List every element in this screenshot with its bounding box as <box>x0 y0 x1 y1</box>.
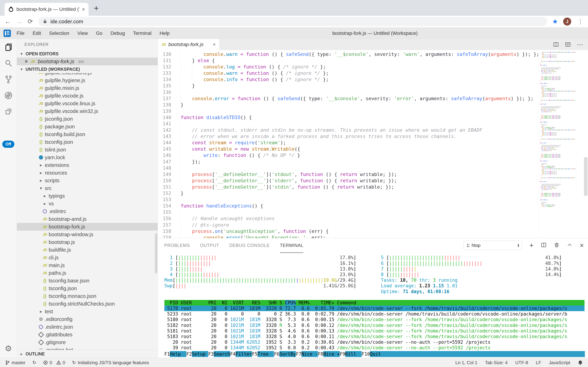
browser-tab[interactable]: bootstrap-fork.js — Untitled (V × <box>5 3 89 16</box>
new-tab-button[interactable]: + <box>94 3 99 13</box>
code-line-143[interactable]: 143 // error when we are inside a forked… <box>158 133 539 140</box>
app-logo-icon[interactable] <box>3 30 11 37</box>
kill-terminal-icon[interactable] <box>554 242 559 249</box>
file-jsconfig.json[interactable]: {}jsconfig.json <box>17 115 158 123</box>
file-gulpfile.vscode.linux.js[interactable]: JSgulpfile.vscode.linux.js <box>17 100 158 107</box>
file-tslint.json[interactable]: {}tslint.json <box>17 146 158 154</box>
cursor-position[interactable]: Ln 1, Col 1 <box>455 360 477 366</box>
file-typings[interactable]: ▸typings <box>17 192 158 200</box>
code-line-154[interactable]: 154function handleExceptions() { <box>158 203 539 209</box>
layout-icon[interactable] <box>565 42 571 47</box>
bookmark-star-icon[interactable]: ★ <box>552 18 558 25</box>
code-line-135[interactable]: 135 } <box>158 83 539 89</box>
menu-file[interactable]: File <box>13 31 29 36</box>
terminal[interactable]: 1 [||||||||||||||17.8%] 5 [|||||||||||||… <box>158 252 588 358</box>
file-.mention-bot[interactable]: .mention-bot <box>17 346 158 350</box>
code-line-155[interactable]: 155 <box>158 209 539 215</box>
file-tsconfig.json[interactable]: {}tsconfig.json <box>17 284 158 292</box>
file-tsconfig.json[interactable]: {}tsconfig.json <box>17 138 158 146</box>
off-badge[interactable]: Off <box>2 141 14 148</box>
code-line-136[interactable]: 136 <box>158 89 539 95</box>
process-row-5180[interactable]: 5180 root 20 0 1021M 181M 3328 S 7.3 0.6… <box>164 317 585 322</box>
sidebar-scrollbar[interactable] <box>155 233 157 273</box>
file-tsconfig.monaco.json[interactable]: {}tsconfig.monaco.json <box>17 292 158 300</box>
file-vs[interactable]: ▸vs <box>17 200 158 208</box>
code-line-153[interactable]: 153 <box>158 196 539 203</box>
code-line-130[interactable]: 130 console.warn = function () { safeSen… <box>158 51 539 58</box>
file-gulpfile.mixin.js[interactable]: JSgulpfile.mixin.js <box>17 84 158 92</box>
code-line-157[interactable]: 157 // @ts-ignore <box>158 222 539 228</box>
menu-debug[interactable]: Debug <box>107 31 129 36</box>
code-line-131[interactable]: 131 } else { <box>158 58 539 64</box>
workspace-header[interactable]: ▾ UNTITLED (WORKSPACE) <box>17 65 158 73</box>
file-.eslintrc[interactable]: .eslintrc <box>17 208 158 215</box>
split-editor-icon[interactable] <box>553 42 559 47</box>
file-extensions[interactable]: ▸extensions <box>17 161 158 169</box>
menu-terminal[interactable]: Terminal <box>129 31 156 36</box>
file-test[interactable]: ▸test <box>17 308 158 315</box>
code-line-147[interactable]: 147 }); <box>158 159 539 165</box>
code-line-148[interactable]: 148 <box>158 165 539 171</box>
process-row-5233[interactable]: 5233 root 20 0 0 0 0 Z 36.3 0.0 0:02.79 … <box>164 311 585 317</box>
forward-icon[interactable]: → <box>16 18 22 25</box>
back-icon[interactable]: ← <box>5 18 11 25</box>
maximize-panel-icon[interactable] <box>567 242 572 249</box>
menu-view[interactable]: View <box>73 31 92 36</box>
file-.eslintrc.json[interactable]: .eslintrc.json <box>17 323 158 331</box>
code-line-140[interactable]: 140function disableSTDIO() { <box>158 114 539 121</box>
reload-icon[interactable]: ⟳ <box>28 18 33 25</box>
file-.editorconfig[interactable]: ⚙.editorconfig <box>17 315 158 323</box>
minimap[interactable] <box>539 50 583 238</box>
code-line-150[interactable]: 150 process['__defineGetter__']('stderr'… <box>158 177 539 184</box>
code-line-137[interactable]: 137 console.error = function () { safeSe… <box>158 95 539 102</box>
code-line-141[interactable]: 141 <box>158 121 539 127</box>
panel-tab-problems[interactable]: PROBLEMS <box>164 238 190 253</box>
file-gulpfile.extensions.js[interactable]: JSgulpfile.extensions.js <box>17 73 158 76</box>
browser-menu-icon[interactable]: ⋮ <box>578 18 583 25</box>
process-row-5182[interactable]: 5182 root 20 0 1021M 181M 3328 R 5.3 0.6… <box>164 323 585 328</box>
file-yarn.lock[interactable]: yarn.lock <box>17 154 158 161</box>
menu-go[interactable]: Go <box>92 31 107 36</box>
code-line-134[interactable]: 134 console.info = function () { /* igno… <box>158 76 539 83</box>
process-row-5183[interactable]: 5183 root 20 0 1021M 181M 3328 S 4.0 0.6… <box>164 334 585 339</box>
panel-tab-terminal[interactable]: TERMINAL <box>280 238 303 253</box>
code-line-144[interactable]: 144 const stream = require('stream'); <box>158 140 539 146</box>
file-cli.js[interactable]: JScli.js <box>17 254 158 261</box>
file-gulpfile.vscode.js[interactable]: JSgulpfile.vscode.js <box>17 92 158 100</box>
file-tsconfig.base.json[interactable]: {}tsconfig.base.json <box>17 277 158 284</box>
sync-button[interactable]: ↻ <box>32 360 36 365</box>
file-buildfile.js[interactable]: JSbuildfile.js <box>17 246 158 254</box>
file-package.json[interactable]: {}package.json <box>17 123 158 130</box>
more-actions-icon[interactable]: ⋯ <box>577 41 583 48</box>
code-line-142[interactable]: 142 // const stdout, stderr and stdin be… <box>158 127 539 133</box>
code-editor[interactable]: 130 console.warn = function () { safeSen… <box>158 50 588 238</box>
process-row-20[interactable]: 20 root 20 0 1344M 62052 1952 S 3.3 0.2 … <box>164 339 585 345</box>
editor-scrollbar[interactable] <box>584 157 588 196</box>
file-paths.js[interactable]: JSpaths.js <box>17 269 158 277</box>
process-row-5178[interactable]: 5178 root 20 0 1021M 181M 3328 R 72.7 0.… <box>164 306 585 311</box>
code-line-133[interactable]: 133 console.warn = function () { /* igno… <box>158 70 539 76</box>
split-terminal-icon[interactable] <box>541 242 547 249</box>
menu-help[interactable]: Help <box>156 31 174 36</box>
source-control-icon[interactable] <box>0 71 17 87</box>
code-line-149[interactable]: 149 process['__defineGetter__']('stdout'… <box>158 171 539 177</box>
menu-selection[interactable]: Selection <box>45 31 73 36</box>
explorer-icon[interactable] <box>0 39 17 55</box>
code-line-146[interactable]: 146 write: function () { /* No OP */ } <box>158 152 539 158</box>
file-bootstrap-fork.js[interactable]: JSbootstrap-fork.js <box>17 223 158 231</box>
file-bootstrap-window.js[interactable]: JSbootstrap-window.js <box>17 231 158 238</box>
file-gulpfile.hygiene.js[interactable]: JSgulpfile.hygiene.js <box>17 76 158 84</box>
debug-disabled-icon[interactable] <box>0 87 17 103</box>
menu-edit[interactable]: Edit <box>29 31 45 36</box>
code-line-152[interactable]: 152} <box>158 190 539 196</box>
close-icon[interactable]: × <box>25 59 28 64</box>
code-line-145[interactable]: 145 const writable = new stream.Writable… <box>158 146 539 152</box>
code-line-159[interactable]: 159 console.error('Uncaught Exception: '… <box>158 234 539 238</box>
problems-indicator[interactable]: 0 0 <box>43 360 65 366</box>
htop-table-header[interactable]: PID USER PRI NI VIRT RES SHR S CPU% MEM%… <box>164 300 585 306</box>
branch-indicator[interactable]: master <box>5 360 25 366</box>
terminal-select[interactable]: 1: htop ▴▾ <box>464 241 522 250</box>
file-bootstrap-amd.js[interactable]: JSbootstrap-amd.js <box>17 215 158 223</box>
process-row-5181[interactable]: 5181 root 20 0 1021M 181M 3328 S 4.6 0.6… <box>164 328 585 334</box>
open-editor-item[interactable]: × JS bootstrap-fork.js src <box>17 58 158 65</box>
